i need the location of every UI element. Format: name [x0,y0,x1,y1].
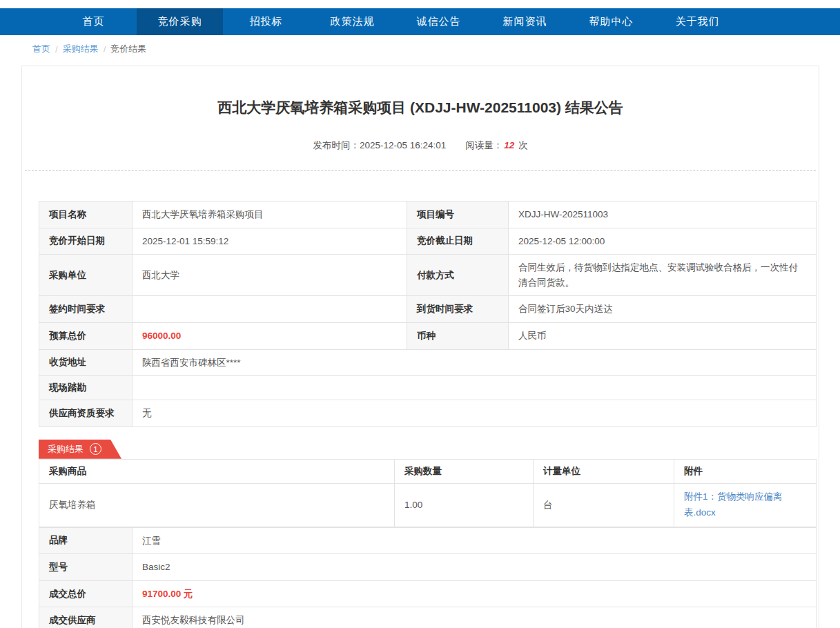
table-row: 收货地址 陕西省西安市碑林区**** [39,349,817,376]
breadcrumb-separator: / [104,44,106,55]
column-header-attachment: 附件 [674,459,817,483]
table-row: 采购单位 西北大学 付款方式 合同生效后，待货物到达指定地点、安装调试验收合格后… [39,255,817,296]
article-meta: 发布时间：2025-12-05 16:24:01阅读量：12 次 [22,139,819,152]
table-row: 项目名称 西北大学厌氧培养箱采购项目 项目编号 XDJJ-HW-20251100… [39,202,817,228]
brand-value: 江雪 [133,527,817,554]
table-row: 现场踏勘 [39,376,817,400]
bid-deadline-value: 2025-12-05 12:00:00 [509,228,817,255]
delivery-address-label: 收货地址 [39,349,133,376]
project-number-label: 项目编号 [407,202,509,228]
signing-time-label: 签约时间要求 [39,296,133,323]
site-survey-value [133,376,817,400]
views-count: 12 [504,140,514,150]
table-row: 签约时间要求 到货时间要求 合同签订后30天内送达 [39,296,817,323]
supplier-qualification-value: 无 [133,400,817,427]
nav-item-home[interactable]: 首页 [50,8,137,35]
table-row: 成交供应商 西安悦友毅科技有限公司 [39,607,817,628]
nav-item-policies[interactable]: 政策法规 [309,8,395,35]
bid-deadline-label: 竞价截止日期 [407,228,509,255]
top-navigation: 首页 竞价采购 招投标 政策法规 诚信公告 新闻资讯 帮助中心 关于我们 [0,8,840,35]
table-row: 厌氧培养箱 1.00 台 附件1：货物类响应偏离表.docx [39,483,817,527]
brand-label: 品牌 [39,527,133,554]
bid-start-date-value: 2025-12-01 15:59:12 [133,228,407,255]
purchasing-unit-label: 采购单位 [39,255,133,296]
winning-supplier-label: 成交供应商 [39,607,133,628]
attachment-link[interactable]: 附件1：货物类响应偏离表.docx [684,491,783,518]
dashed-divider [25,170,816,171]
winning-supplier-value: 西安悦友毅科技有限公司 [133,607,817,628]
breadcrumb: 首页 / 采购结果 / 竞价结果 [0,35,840,62]
budget-total-value: 96000.00 [133,322,407,349]
table-row: 成交总价 91700.00 元 [39,580,817,607]
breadcrumb-current-page: 竞价结果 [110,43,146,55]
nav-item-about-us[interactable]: 关于我们 [654,8,741,35]
nav-item-news[interactable]: 新闻资讯 [482,8,568,35]
currency-label: 币种 [407,322,509,349]
delivery-time-value: 合同签订后30天内送达 [509,296,817,323]
delivery-time-label: 到货时间要求 [407,296,509,323]
final-price-label: 成交总价 [39,580,133,607]
quantity-value: 1.00 [395,483,534,527]
attachment-cell: 附件1：货物类响应偏离表.docx [674,483,817,527]
procurement-result-table: 采购商品 采购数量 计量单位 附件 厌氧培养箱 1.00 台 附件1：货物类响应… [39,459,817,527]
breadcrumb-home-link[interactable]: 首页 [32,43,50,55]
delivery-address-value: 陕西省西安市碑林区**** [133,349,817,376]
product-name-value: 厌氧培养箱 [39,483,395,527]
table-row: 预算总价 96000.00 币种 人民币 [39,322,817,349]
payment-method-label: 付款方式 [407,255,509,296]
project-number-value: XDJJ-HW-202511003 [509,202,817,228]
column-header-quantity: 采购数量 [395,459,534,483]
site-survey-label: 现场踏勘 [39,376,133,400]
column-header-unit: 计量单位 [534,459,674,483]
purchasing-unit-value: 西北大学 [133,255,407,296]
project-name-value: 西北大学厌氧培养箱采购项目 [133,202,407,228]
bid-start-date-label: 竞价开始日期 [39,228,133,255]
table-row: 品牌 江雪 [39,527,817,554]
signing-time-value [133,296,407,323]
result-index-badge: 1 [90,443,101,455]
table-row: 供应商资质要求 无 [39,400,817,427]
model-value: Basic2 [133,554,817,581]
page-title: 西北大学厌氧培养箱采购项目 (XDJJ-HW-202511003) 结果公告 [22,98,819,117]
column-header-product: 采购商品 [39,459,395,483]
announcement-card: 西北大学厌氧培养箱采购项目 (XDJJ-HW-202511003) 结果公告 发… [21,66,819,628]
table-row: 型号 Basic2 [39,554,817,581]
publish-time-value: 2025-12-05 16:24:01 [360,140,446,150]
payment-method-value: 合同生效后，待货物到达指定地点、安装调试验收合格后，一次性付清合同货款。 [509,255,817,296]
breadcrumb-procurement-results-link[interactable]: 采购结果 [63,43,99,55]
procurement-result-badge: 采购结果 1 [39,440,121,459]
award-detail-table: 品牌 江雪 型号 Basic2 成交总价 91700.00 元 成交供应商 西安… [39,527,817,628]
nav-item-tendering[interactable]: 招投标 [223,8,309,35]
budget-total-label: 预算总价 [39,322,133,349]
procurement-result-badge-label: 采购结果 [48,443,84,455]
publish-time-label: 发布时间： [313,140,360,150]
final-price-value: 91700.00 元 [133,580,817,607]
currency-value: 人民币 [509,322,817,349]
table-header-row: 采购商品 采购数量 计量单位 附件 [39,459,817,483]
breadcrumb-separator: / [55,44,58,55]
nav-item-integrity-notices[interactable]: 诚信公告 [395,8,482,35]
nav-item-bidding-procurement[interactable]: 竞价采购 [137,8,223,35]
supplier-qualification-label: 供应商资质要求 [39,400,133,427]
views-label: 阅读量： [465,140,502,150]
model-label: 型号 [39,554,133,581]
views-unit: 次 [518,140,528,150]
nav-item-help-center[interactable]: 帮助中心 [568,8,654,35]
project-name-label: 项目名称 [39,202,133,228]
project-info-table: 项目名称 西北大学厌氧培养箱采购项目 项目编号 XDJJ-HW-20251100… [39,201,817,427]
unit-value: 台 [534,483,674,527]
table-row: 竞价开始日期 2025-12-01 15:59:12 竞价截止日期 2025-1… [39,228,817,255]
